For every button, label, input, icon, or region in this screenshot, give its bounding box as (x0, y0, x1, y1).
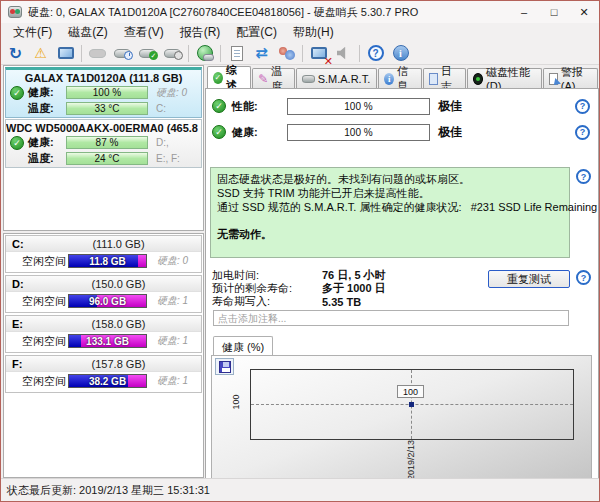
help-icon[interactable]: ? (576, 169, 591, 184)
performance-bar: 100 % (287, 98, 430, 115)
disk-search-icon[interactable] (160, 43, 185, 64)
log-icon (429, 73, 438, 85)
toolbar-separator (188, 45, 189, 62)
disk-check-icon[interactable]: ✓ (135, 43, 160, 64)
partition-item-d[interactable]: D: (150.0 GB) 空闲空间 96.0 GB 硬盘: 1 (5, 275, 202, 313)
minimize-button[interactable]: – (509, 1, 539, 23)
status-action-line: 无需动作。 (217, 227, 563, 241)
drive-item-wdc[interactable]: WDC WD5000AAKX-00ERMA0 (465.8 GB) ✓ 健康: … (5, 119, 202, 168)
overview-tab-icon: ✓ (213, 72, 223, 84)
partition-size: (157.8 GB) (42, 358, 195, 370)
drive-item-galax[interactable]: GALAX TA1D0120A (111.8 GB) ✓ 健康: 100 % 硬… (5, 67, 202, 118)
status-last-updated: 状态最后更新: 2019/2/13 星期三 15:31:31 (7, 483, 210, 498)
sync-icon[interactable]: ⇄ (249, 43, 274, 64)
tab-smart[interactable]: S.M.A.R.T. (296, 68, 378, 88)
status-line: 固态硬盘状态是极好的。未找到有问题的或坏扇区。 (217, 172, 563, 186)
menu-view[interactable]: 查看(V) (116, 22, 172, 43)
partition-letter: C: (12, 238, 42, 250)
disk-icon (302, 75, 315, 83)
drive-ok-icon: ✓ (10, 86, 24, 100)
toolbar-separator (359, 45, 360, 62)
disk-status-text: 固态硬盘状态是极好的。未找到有问题的或坏扇区。 SSD 支持 TRIM 功能并已… (210, 167, 570, 258)
health-ok-icon: ✓ (212, 125, 226, 139)
disk-list: GALAX TA1D0120A (111.8 GB) ✓ 健康: 100 % 硬… (3, 65, 204, 231)
partition-letter: F: (12, 358, 42, 370)
drive-number-note: 硬盘: 0 (156, 86, 187, 100)
free-space-label: 空闲空间 (22, 374, 68, 389)
partition-letter: D: (12, 278, 42, 290)
help-icon[interactable]: ? (575, 99, 590, 114)
speaker-icon[interactable] (331, 43, 356, 64)
users-icon[interactable] (274, 43, 299, 64)
space-bar: 38.2 GB (68, 374, 147, 388)
tab-alerts[interactable]: 警报(A) (543, 68, 598, 88)
help-icon[interactable]: ? (575, 125, 590, 140)
retest-button[interactable]: 重复测试 (488, 270, 570, 288)
remaining-value: 多于 1000 日 (322, 281, 386, 296)
help-icon[interactable]: ? (576, 270, 591, 285)
partition-item-c[interactable]: C: (111.0 GB) 空闲空间 11.8 GB 硬盘: 0 (5, 235, 202, 273)
free-space-label: 空闲空间 (22, 294, 68, 309)
disk-number-note: 硬盘: 0 (157, 254, 188, 268)
data-point (409, 402, 414, 407)
menu-help[interactable]: 帮助(H) (285, 22, 342, 43)
save-chart-button[interactable] (215, 358, 234, 375)
close-button[interactable]: ✕ (569, 1, 599, 23)
toolbar-separator (302, 45, 303, 62)
health-bar: 100 % (287, 124, 430, 141)
thermometer-icon: ✎ (258, 73, 268, 85)
app-icon (8, 6, 22, 18)
performance-ok-icon: ✓ (212, 99, 226, 113)
partition-item-f[interactable]: F: (157.8 GB) 空闲空间 38.2 GB 硬盘: 1 (5, 355, 202, 393)
disk-number-note: 硬盘: 1 (157, 374, 188, 388)
detail-panel: ✓综述 ✎温度 S.M.A.R.T. i信息 日志 磁盘性能(D) 警报(A) … (205, 65, 599, 479)
performance-rating: 极佳 (438, 98, 462, 115)
help-icon[interactable]: ? (363, 43, 388, 64)
overview-page: ✓ 性能: 100 % 极佳 ? ✓ 健康: 100 % 极佳 ? 固态硬盘状态… (205, 88, 599, 479)
refresh-icon[interactable]: ↻ (3, 43, 28, 64)
report-icon[interactable] (224, 43, 249, 64)
partition-size: (158.0 GB) (42, 318, 195, 330)
tab-disk-performance[interactable]: 磁盘性能(D) (467, 68, 542, 88)
free-space-label: 空闲空间 (22, 334, 68, 349)
partition-size: (150.0 GB) (42, 278, 195, 290)
monitor-edit-icon[interactable]: ✕ (306, 43, 331, 64)
menu-file[interactable]: 文件(F) (5, 22, 60, 43)
space-bar: 96.0 GB (68, 294, 147, 308)
maximize-button[interactable]: □ (539, 1, 569, 23)
performance-label: 性能: (232, 99, 287, 114)
menu-disk[interactable]: 磁盘(Z) (60, 22, 115, 43)
title-bar: 硬盘: 0, GALAX TA1D0120A [C27607840CEE0481… (1, 1, 599, 23)
warning-icon[interactable]: ⚠ (28, 43, 53, 64)
monitor-disk-icon[interactable] (53, 43, 78, 64)
partition-item-e[interactable]: E: (158.0 GB) 空闲空间 133.1 GB 硬盘: 1 (5, 315, 202, 353)
globe-disk-icon[interactable] (192, 43, 217, 64)
menu-config[interactable]: 配置(C) (228, 22, 285, 43)
health-rating: 极佳 (438, 124, 462, 141)
temp-bar: 33 °C (66, 102, 148, 115)
tab-log[interactable]: 日志 (423, 68, 465, 88)
info-icon[interactable]: i (388, 43, 413, 64)
tab-health-chart[interactable]: 健康 (%) (213, 336, 273, 355)
toolbar: ↻ ⚠ ✓ ⇄ ✕ ? i (1, 42, 599, 65)
health-label: 健康: (232, 125, 287, 140)
disk-clock-icon[interactable] (110, 43, 135, 64)
window-title: 硬盘: 0, GALAX TA1D0120A [C27607840CEE0481… (28, 5, 418, 20)
temp-label: 温度: (28, 151, 66, 166)
tab-overview[interactable]: ✓综述 (207, 66, 251, 88)
disk-number-note: 硬盘: 1 (157, 294, 188, 308)
disk-disabled-icon[interactable] (85, 43, 110, 64)
partition-letter: E: (12, 318, 42, 330)
tab-temperature[interactable]: ✎温度 (252, 68, 295, 88)
y-axis-tick: 100 (231, 382, 241, 422)
menu-bar: 文件(F) 磁盘(Z) 查看(V) 报告(R) 配置(C) 帮助(H) (1, 23, 599, 42)
disk-number-note: 硬盘: 1 (157, 334, 188, 348)
menu-report[interactable]: 报告(R) (172, 22, 229, 43)
data-point-label: 100 (397, 385, 424, 398)
floppy-icon (219, 361, 231, 373)
partition-size: (111.0 GB) (42, 238, 195, 250)
tab-information[interactable]: i信息 (378, 68, 422, 88)
free-space-label: 空闲空间 (22, 254, 68, 269)
note-input[interactable] (213, 310, 569, 326)
space-bar: 133.1 GB (68, 334, 147, 348)
